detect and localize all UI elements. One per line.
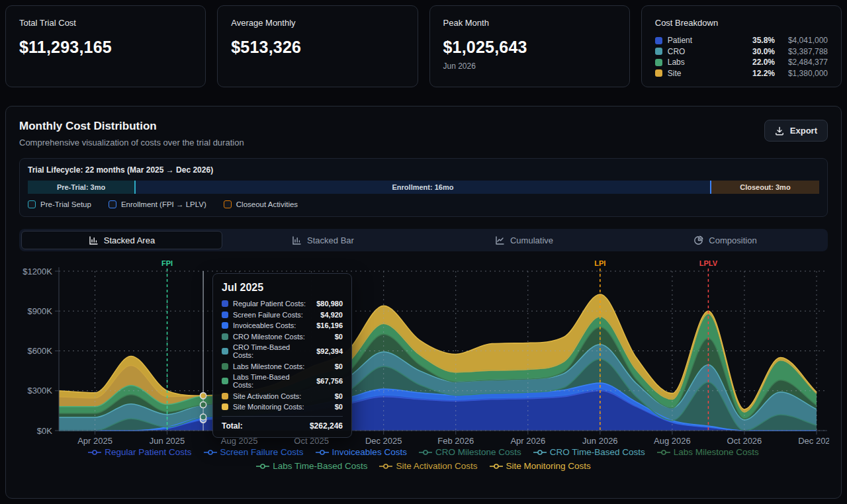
tooltip-row: Site Activation Costs:$0 xyxy=(222,392,343,400)
lpi-marker-label: LPI xyxy=(594,259,605,267)
legend-item-screen-failure-costs[interactable]: Screen Failure Costs xyxy=(204,447,304,457)
tab-label: Stacked Area xyxy=(104,235,155,245)
x-tick-label: Feb 2026 xyxy=(437,436,474,446)
breakdown-amount: $3,387,788 xyxy=(780,47,828,56)
legend-label: Closeout Activities xyxy=(236,200,298,208)
legend-line-icon xyxy=(379,463,392,470)
tooltip-row: Labs Milestone Costs:$0 xyxy=(222,362,343,370)
dashboard: Total Trial Cost $11,293,165 Average Mon… xyxy=(0,0,847,504)
bar-chart-icon xyxy=(292,235,302,245)
download-icon xyxy=(775,126,784,136)
panel-title-block: Monthly Cost Distribution Comprehensive … xyxy=(19,120,244,147)
legend-label: Labs Time-Based Costs xyxy=(273,461,367,471)
breakdown-row: Labs 22.0% $2,484,377 xyxy=(655,57,828,68)
legend-enrollment[interactable]: Enrollment (FPI → LPLV) xyxy=(109,200,206,208)
series-swatch xyxy=(222,363,228,370)
legend-line-icon xyxy=(419,449,432,456)
tooltip-row: Invoiceables Costs:$16,196 xyxy=(222,321,343,329)
tooltip-row: Labs Time-Based Costs:$67,756 xyxy=(222,373,343,389)
export-button[interactable]: Export xyxy=(764,120,828,142)
breakdown-pct: 30.0% xyxy=(752,47,775,56)
legend-item-site-activation-costs[interactable]: Site Activation Costs xyxy=(379,461,477,471)
series-swatch xyxy=(222,393,228,399)
legend-item-labs-time-based-costs[interactable]: Labs Time-Based Costs xyxy=(256,461,367,471)
tooltip-row-value: $4,920 xyxy=(320,311,343,319)
y-tick-label: $900K xyxy=(27,306,52,316)
tooltip-row: CRO Time-Based Costs:$92,394 xyxy=(222,343,343,359)
tab-label: Stacked Bar xyxy=(307,235,354,245)
segment-enrollment: Enrollment: 16mo xyxy=(136,181,711,194)
tooltip-title: Jul 2025 xyxy=(222,282,343,294)
breakdown-row: Patient 35.8% $4,041,000 xyxy=(655,35,828,46)
breakdown-pct: 12.2% xyxy=(752,69,775,78)
tooltip-row-label: Regular Patient Costs: xyxy=(233,300,312,308)
breakdown-amount: $2,484,377 xyxy=(780,58,828,67)
tooltip-row-label: Invoiceables Costs: xyxy=(233,321,312,329)
y-tick-label: $600K xyxy=(27,346,52,356)
tooltip-row-value: $0 xyxy=(335,392,343,400)
x-tick-label: Jun 2025 xyxy=(150,436,185,446)
breakdown-amount: $1,380,000 xyxy=(780,69,828,78)
chart-view-tabs: Stacked Area Stacked Bar Cumulative Comp… xyxy=(19,229,828,251)
lplv-marker-label: LPLV xyxy=(699,259,718,267)
breakdown-name: Patient xyxy=(668,36,747,45)
stat-label: Peak Month xyxy=(443,18,616,28)
series-swatch xyxy=(222,312,228,318)
tooltip-row-value: $16,196 xyxy=(316,321,343,329)
stat-card-cost-breakdown: Cost Breakdown Patient 35.8% $4,041,000 … xyxy=(641,5,842,87)
x-tick-label: Aug 2026 xyxy=(654,436,691,446)
stacked-area-chart[interactable]: $0K$300K$600K$900K$1200KApr 2025Jun 2025… xyxy=(19,259,828,471)
x-tick-label: Dec 2025 xyxy=(365,436,402,446)
legend-item-cro-milestone-costs[interactable]: CRO Milestone Costs xyxy=(419,447,521,457)
tooltip-total-row: Total: $262,246 xyxy=(222,416,343,431)
tooltip-row-value: $0 xyxy=(335,333,343,341)
checkbox-icon xyxy=(28,200,36,208)
x-tick-label: Oct 2026 xyxy=(727,436,762,446)
tooltip-total-label: Total: xyxy=(222,421,243,431)
hover-dot-5 xyxy=(201,401,206,407)
y-tick-label: $300K xyxy=(27,386,52,396)
tooltip-rows: Regular Patient Costs:$80,980Screen Fail… xyxy=(222,300,343,411)
legend-item-regular-patient-costs[interactable]: Regular Patient Costs xyxy=(88,447,191,457)
legend-pre-trial-setup[interactable]: Pre-Trial Setup xyxy=(28,200,91,208)
tooltip-row-label: Labs Milestone Costs: xyxy=(233,362,330,370)
tab-label: Composition xyxy=(709,235,756,245)
stat-value: $11,293,165 xyxy=(19,38,192,57)
breakdown-name: Labs xyxy=(668,58,747,67)
tab-stacked-area[interactable]: Stacked Area xyxy=(21,231,222,249)
x-tick-label: Jun 2026 xyxy=(582,436,618,446)
legend-line-icon xyxy=(256,463,269,470)
series-swatch xyxy=(222,333,228,340)
tab-composition[interactable]: Composition xyxy=(625,231,826,249)
area-layers xyxy=(59,294,817,431)
legend-item-cro-time-based-costs[interactable]: CRO Time-Based Costs xyxy=(533,447,645,457)
legend-item-labs-milestone-costs[interactable]: Labs Milestone Costs xyxy=(657,447,759,457)
legend-item-site-monitoring-costs[interactable]: Site Monitoring Costs xyxy=(490,461,591,471)
tab-stacked-bar[interactable]: Stacked Bar xyxy=(222,231,424,249)
breakdown-name: CRO xyxy=(668,47,747,56)
chart-canvas[interactable]: $0K$300K$600K$900K$1200KApr 2025Jun 2025… xyxy=(19,259,829,446)
panel-header: Monthly Cost Distribution Comprehensive … xyxy=(19,120,828,147)
hover-dot-8 xyxy=(201,393,206,399)
cro-swatch xyxy=(655,48,662,55)
legend-line-icon xyxy=(533,449,547,456)
tooltip-row-label: Site Monitoring Costs: xyxy=(233,403,330,411)
series-swatch xyxy=(222,403,228,410)
chart-tooltip: Jul 2025 Regular Patient Costs:$80,980Sc… xyxy=(212,273,352,438)
tab-cumulative[interactable]: Cumulative xyxy=(424,231,625,249)
segment-pre-trial: Pre-Trial: 3mo xyxy=(28,181,136,194)
tooltip-row: Regular Patient Costs:$80,980 xyxy=(222,300,343,308)
x-tick-label: Apr 2025 xyxy=(77,436,112,446)
export-label: Export xyxy=(790,126,817,136)
stat-card-total-trial-cost: Total Trial Cost $11,293,165 xyxy=(5,5,206,87)
legend-item-invoiceables-costs[interactable]: Invoiceables Costs xyxy=(316,447,407,457)
breakdown-row: Site 12.2% $1,380,000 xyxy=(655,68,828,79)
legend-label: Pre-Trial Setup xyxy=(40,200,91,208)
legend-line-icon xyxy=(88,449,101,456)
series-swatch xyxy=(222,300,228,307)
legend-closeout-activities[interactable]: Closeout Activities xyxy=(224,200,298,208)
legend-label: Screen Failure Costs xyxy=(220,447,304,457)
stat-sub-month: Jun 2026 xyxy=(443,62,616,71)
tooltip-row-label: Site Activation Costs: xyxy=(233,392,330,400)
x-tick-label: Dec 2026 xyxy=(798,436,829,446)
